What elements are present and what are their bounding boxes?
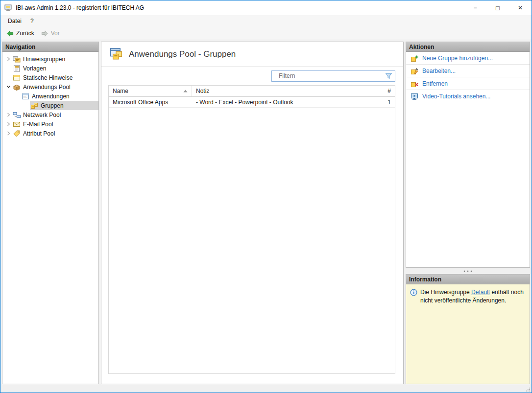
navigation-header: Navigation [2, 42, 98, 52]
groups-large-icon [109, 47, 124, 61]
nav-label: Anwendungs Pool [21, 84, 71, 91]
minimize-button[interactable]: − [464, 0, 486, 15]
info-icon [410, 289, 417, 296]
main-header: Anwendungs Pool - Gruppen [101, 42, 403, 67]
action-label: Bearbeiten... [422, 68, 456, 74]
groups-icon [30, 102, 39, 110]
nav-item-email-pool[interactable]: E-Mail Pool [2, 119, 98, 129]
action-label: Entfernen [422, 80, 448, 87]
nav-item-attribut-pool[interactable]: Attribut Pool [2, 129, 98, 138]
action-new-group[interactable]: Neue Gruppe hinzufügen... [406, 52, 530, 65]
chevron-right-icon[interactable] [4, 131, 12, 136]
cell-name: Microsoft Office Apps [109, 97, 192, 107]
chevron-right-icon[interactable] [4, 57, 12, 61]
navigation-panel: Navigation Hinweisgruppen Vorlagen [2, 42, 99, 384]
column-header-name[interactable]: Name [109, 86, 192, 96]
forward-button[interactable]: Vor [38, 29, 63, 38]
nav-item-vorlagen[interactable]: Vorlagen [2, 64, 98, 73]
app-pool-icon [13, 83, 21, 91]
nav-item-netzwerk-pool[interactable]: Netzwerk Pool [2, 110, 98, 119]
chevron-right-icon[interactable] [4, 113, 12, 117]
window-title: IBI-aws Admin 1.23.0 - registriert für I… [16, 4, 144, 11]
app-icon [4, 4, 12, 12]
filter-row [101, 67, 403, 85]
add-group-icon [411, 54, 419, 62]
navigation-tree: Hinweisgruppen Vorlagen Statische Hinwei… [2, 52, 98, 138]
filter-input[interactable] [271, 70, 395, 82]
chevron-right-icon[interactable] [4, 122, 12, 126]
splitter-dots-icon [463, 270, 473, 272]
action-edit[interactable]: Bearbeiten... [406, 65, 530, 77]
menu-datei[interactable]: Datei [3, 16, 26, 26]
selected-tree-row: Gruppen [30, 101, 98, 110]
action-remove[interactable]: Entfernen [406, 77, 530, 90]
remove-group-icon [411, 80, 419, 88]
panel-splitter[interactable] [406, 268, 530, 274]
maximize-button[interactable]: □ [486, 0, 509, 15]
information-body: Die Hinweisgruppe Default enthält noch n… [406, 284, 530, 384]
network-pool-icon [13, 111, 21, 119]
nav-item-gruppen[interactable]: Gruppen [2, 101, 98, 110]
forward-arrow-icon [41, 30, 48, 37]
email-pool-icon [13, 120, 21, 128]
actions-header: Aktionen [406, 42, 530, 52]
table-header-row: Name Notiz # [109, 86, 395, 97]
action-label: Video-Tutorials ansehen... [422, 93, 490, 100]
action-video-tutorials[interactable]: Video-Tutorials ansehen... [406, 90, 530, 103]
back-label: Zurück [16, 30, 34, 37]
nav-label: Netzwerk Pool [21, 112, 61, 118]
notice-groups-icon [13, 55, 21, 63]
sort-ascending-icon [183, 90, 188, 92]
edit-group-icon [411, 67, 419, 75]
action-label: Neue Gruppe hinzufügen... [422, 55, 493, 62]
back-button[interactable]: Zurück [3, 29, 38, 38]
nav-item-hinweisgruppen[interactable]: Hinweisgruppen [2, 54, 98, 64]
template-icon [13, 65, 21, 72]
chevron-down-icon[interactable] [4, 85, 12, 89]
menu-help[interactable]: ? [26, 16, 38, 26]
default-group-link[interactable]: Default [471, 289, 490, 296]
window-controls: − □ ✕ [464, 0, 532, 15]
nav-label: Anwendungen [30, 93, 70, 100]
information-header: Information [406, 275, 530, 284]
nav-label: Attribut Pool [21, 130, 55, 137]
page-title: Anwendungs Pool - Gruppen [129, 49, 236, 59]
information-message: Die Hinweisgruppe Default enthält noch n… [420, 288, 526, 305]
content-area: Navigation Hinweisgruppen Vorlagen [0, 40, 532, 386]
information-panel: Information Die Hinweisgruppe Default en… [406, 274, 530, 384]
nav-label: Gruppen [39, 102, 64, 109]
applications-icon [22, 92, 30, 100]
resize-grip-icon[interactable] [525, 387, 531, 392]
forward-label: Vor [51, 30, 60, 37]
cell-notiz: - Word - Excel - Powerpoint - Outlook [192, 97, 376, 107]
menubar: Datei ? [0, 15, 532, 27]
titlebar: IBI-aws Admin 1.23.0 - registriert für I… [0, 0, 532, 15]
nav-label: Statische Hinweise [21, 74, 73, 81]
app-window: IBI-aws Admin 1.23.0 - registriert für I… [0, 0, 532, 393]
main-panel: Anwendungs Pool - Gruppen Name Notiz [101, 42, 404, 384]
close-button[interactable]: ✕ [509, 0, 532, 15]
table-row[interactable]: Microsoft Office Apps - Word - Excel - P… [109, 97, 395, 108]
column-header-count[interactable]: # [376, 86, 395, 96]
nav-label: E-Mail Pool [21, 121, 53, 128]
back-arrow-icon [6, 30, 14, 37]
cell-count: 1 [376, 97, 395, 107]
video-tutorials-icon [411, 92, 419, 100]
nav-label: Hinweisgruppen [21, 56, 65, 63]
right-column: Aktionen Neue Gruppe hinzufügen... Bearb… [406, 42, 530, 384]
nav-item-statische-hinweise[interactable]: Statische Hinweise [2, 73, 98, 82]
nav-item-anwendungs-pool[interactable]: Anwendungs Pool [2, 82, 98, 92]
attribute-pool-icon [13, 130, 21, 138]
actions-panel: Aktionen Neue Gruppe hinzufügen... Bearb… [406, 42, 530, 268]
column-header-notiz[interactable]: Notiz [192, 86, 376, 96]
groups-table: Name Notiz # Microsoft Office Apps - Wor… [108, 85, 395, 374]
statusbar [0, 386, 532, 393]
nav-item-anwendungen[interactable]: Anwendungen [2, 92, 98, 101]
nav-label: Vorlagen [21, 65, 46, 72]
toolbar: Zurück Vor [0, 27, 532, 40]
filter-funnel-icon[interactable] [385, 72, 392, 81]
table-empty-area [109, 108, 395, 373]
static-notice-icon [13, 74, 21, 82]
